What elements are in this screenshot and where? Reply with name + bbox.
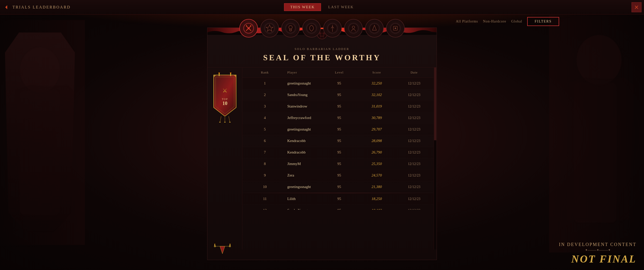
rank-cell: 1 — [247, 81, 282, 85]
player-cell: Stanwindrow — [282, 104, 322, 108]
panel-title: SEAL OF THE WORTHY — [212, 53, 432, 62]
svg-marker-2 — [15, 85, 75, 220]
scroll-bar[interactable] — [434, 68, 436, 249]
not-final-label: NOT FINAL — [559, 253, 636, 265]
class-icon-barbarian[interactable] — [240, 19, 258, 38]
col-header-player: Player — [282, 70, 322, 74]
mode-filter[interactable]: Non-Hardcore — [483, 20, 506, 24]
table-row[interactable]: 11 Lilith 95 18,250 12/12/23 — [242, 193, 436, 205]
table-row[interactable]: 12 SandraYoung 95 10,102 12/12/23 — [242, 205, 436, 210]
table-row[interactable]: 6 Kendracobb 95 28,098 12/12/23 — [242, 135, 436, 147]
table-row[interactable]: 9 Zera 95 24,570 12/12/23 — [242, 170, 436, 181]
score-cell: 21,380 — [357, 185, 397, 189]
svg-line-51 — [220, 116, 221, 122]
level-cell: 95 — [322, 127, 357, 131]
score-cell: 32,102 — [357, 93, 397, 97]
table-row[interactable]: 3 Stanwindrow 95 31,019 12/12/23 — [242, 101, 436, 112]
svg-marker-46 — [214, 75, 236, 116]
rank-cell: 11 — [247, 197, 282, 201]
platform-filter[interactable]: All Platforms — [456, 20, 478, 24]
svg-point-41 — [395, 28, 396, 29]
date-cell: 12/12/23 — [397, 81, 432, 85]
date-cell: 12/12/23 — [397, 162, 432, 166]
svg-marker-5 — [566, 77, 634, 220]
app-title: TRIALS LEADERBOARD — [12, 5, 71, 10]
score-cell: 10,102 — [357, 208, 397, 210]
week-tabs: THIS WEEK LAST WEEK — [284, 3, 360, 11]
filters-button[interactable]: Filters — [527, 17, 559, 26]
svg-point-68 — [214, 244, 216, 244]
score-cell: 26,790 — [357, 150, 397, 155]
svg-point-70 — [230, 244, 231, 244]
table-row[interactable]: 5 greetingssnaght 95 29,707 12/12/23 — [242, 124, 436, 135]
table-row[interactable]: 10 greetingssnaght 95 21,380 12/12/23 — [242, 181, 436, 193]
class-icon-rogue[interactable] — [323, 19, 342, 38]
this-week-button[interactable]: THIS WEEK — [284, 3, 321, 11]
class-icons-row — [240, 15, 404, 42]
rank-cell: 10 — [247, 185, 282, 189]
date-cell: 12/12/23 — [397, 208, 432, 210]
level-cell: 95 — [322, 104, 357, 108]
character-art-left — [0, 20, 85, 245]
table-area: Rank Player Level Score Date 1 greetings… — [242, 68, 436, 249]
level-cell: 95 — [322, 197, 357, 201]
class-icon-necromancer[interactable] — [281, 19, 300, 38]
score-cell: 30,789 — [357, 116, 397, 120]
table-header: Rank Player Level Score Date — [242, 68, 436, 78]
player-cell: greetingssnaght — [282, 81, 322, 85]
last-week-button[interactable]: LAST WEEK — [322, 3, 360, 11]
rank-cell: 3 — [247, 104, 282, 108]
table-body: 1 greetingssnaght 95 32,250 12/12/23 2 S… — [242, 78, 436, 210]
svg-text:⚔: ⚔ — [222, 87, 228, 94]
date-cell: 12/12/23 — [397, 93, 432, 97]
level-cell: 95 — [322, 93, 357, 97]
svg-point-3 — [576, 35, 622, 85]
player-cell: greetingssnaght — [282, 185, 322, 189]
class-icon-druid[interactable] — [302, 19, 321, 38]
table-row[interactable]: 8 JimmyM 95 25,350 12/12/23 — [242, 158, 436, 170]
date-cell: 12/12/23 — [397, 185, 432, 189]
score-cell: 29,707 — [357, 127, 397, 131]
rank-cell: 7 — [247, 150, 282, 155]
player-cell: Kendracobb — [282, 150, 322, 155]
table-row[interactable]: 2 SandraYoung 95 32,102 12/12/23 — [242, 89, 436, 101]
level-cell: 95 — [322, 173, 357, 178]
svg-point-54 — [219, 122, 221, 122]
character-art-right — [549, 15, 644, 252]
score-cell: 24,570 — [357, 173, 397, 178]
col-header-level: Level — [322, 70, 357, 74]
level-cell: 95 — [322, 116, 357, 120]
col-header-rank: Rank — [247, 70, 282, 74]
col-header-date: Date — [397, 70, 432, 74]
player-cell: SandraYoung — [282, 93, 322, 97]
scope-filter[interactable]: Global — [511, 20, 522, 24]
left-banner-column: ⚔ TOP 10 — [208, 68, 242, 249]
rank-cell: 9 — [247, 173, 282, 178]
rank-cell: 12 — [247, 208, 282, 210]
table-row[interactable]: 7 Kendracobb 95 26,790 12/12/23 — [242, 147, 436, 158]
date-cell: 12/12/23 — [397, 174, 432, 178]
nav-back-arrow[interactable] — [0, 0, 12, 15]
level-cell: 95 — [322, 139, 357, 143]
table-row[interactable]: 4 Jeffreycrawford 95 30,789 12/12/23 — [242, 112, 436, 124]
player-cell: JimmyM — [282, 162, 322, 166]
date-cell: 12/12/23 — [397, 127, 432, 131]
top-nav: TRIALS LEADERBOARD THIS WEEK LAST WEEK — [0, 0, 644, 15]
filter-area: All Platforms Non-Hardcore Global Filter… — [456, 17, 559, 26]
svg-point-33 — [350, 24, 358, 32]
rank-cell: 2 — [247, 93, 282, 97]
player-cell: Kendracobb — [282, 139, 322, 143]
class-icon-6[interactable] — [344, 19, 363, 38]
score-cell: 31,019 — [357, 104, 397, 108]
class-icon-7[interactable] — [365, 19, 384, 38]
svg-point-62 — [230, 72, 232, 73]
class-icon-8[interactable] — [386, 19, 404, 38]
date-cell: 12/12/23 — [397, 151, 432, 155]
level-cell: 95 — [322, 150, 357, 155]
table-row[interactable]: 1 greetingssnaght 95 32,250 12/12/23 — [242, 78, 436, 89]
exit-button[interactable] — [632, 2, 642, 12]
player-cell: Jeffreycrawford — [282, 116, 322, 120]
rank-cell: 5 — [247, 127, 282, 131]
class-icon-sorcerer[interactable] — [260, 19, 279, 38]
scroll-thumb[interactable] — [434, 68, 436, 140]
